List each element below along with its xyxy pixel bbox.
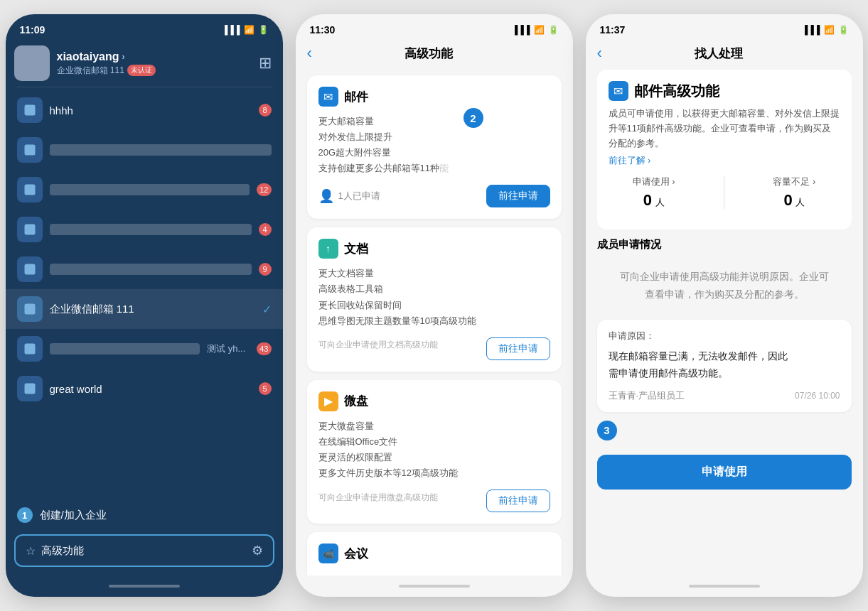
feature-title-meeting: 会议: [344, 546, 368, 562]
org-badge: 5: [259, 382, 272, 395]
wifi-icon-3: 📶: [824, 25, 835, 35]
step-2-badge: 2: [464, 108, 483, 128]
org-item-blurred-1[interactable]: [6, 130, 283, 170]
home-bar: [109, 585, 180, 588]
feature-footer-mail: 👤 1人已申请 前往申请: [318, 185, 550, 207]
org-badge: 12: [257, 183, 271, 196]
gear-icon[interactable]: ⚙: [252, 543, 263, 558]
phone-2: 11:30 ▐▐▐ 📶 🔋 ‹ 高级功能 ✉ 邮件 更大邮箱容量对外发信上限提升…: [296, 14, 573, 597]
home-bar-3: [689, 585, 760, 588]
feature-desc-doc: 更大文档容量高级表格工具箱更长回收站保留时间思维导图无限主题数量等10项高级功能: [318, 266, 550, 328]
create-join-button[interactable]: 1 创建/加入企业: [6, 499, 283, 531]
unverified-badge: 未认证: [127, 65, 156, 76]
empty-text: 可向企业申请使用高级功能并说明原因。企业可查看申请，作为购买及分配的参考。: [620, 268, 829, 303]
org-icon: [17, 296, 43, 322]
phone-3: 11:37 ▐▐▐ 📶 🔋 ‹ 找人处理 ✉ 邮件高级功能 成员可申请使用，以获…: [586, 14, 863, 597]
org-icon: [17, 137, 43, 163]
svg-rect-2: [24, 185, 35, 195]
advanced-bar[interactable]: ☆ 高级功能 ⚙: [14, 534, 274, 567]
back-button-2[interactable]: ‹: [307, 44, 318, 63]
hero-link[interactable]: 前往了解 ›: [609, 155, 651, 166]
feature-header-meeting: 📹 会议: [318, 544, 550, 563]
stat-divider: [724, 175, 724, 210]
nav-bar-2: ‹ 高级功能: [296, 40, 573, 70]
feature-desc-weipan: 更大微盘容量在线编辑Office文件更灵活的权限配置更多文件历史版本等12项高级…: [318, 418, 550, 481]
signal-icon-2: ▐▐▐: [512, 25, 530, 35]
org-item-blurred-5[interactable]: 测试 yh... 43: [6, 329, 283, 369]
feature-note-doc: 可向企业申请使用文档高级功能: [318, 339, 438, 351]
svg-rect-3: [24, 225, 35, 235]
stat-apply-value: 0 人: [633, 191, 675, 210]
feature-footer-doc: 可向企业申请使用文档高级功能 前往申请: [318, 337, 550, 360]
request-card: 申请原因： 现在邮箱容量已满，无法收发邮件，因此需申请使用邮件高级功能。 王青青…: [597, 320, 852, 412]
request-body: 现在邮箱容量已满，无法收发邮件，因此需申请使用邮件高级功能。: [609, 348, 840, 382]
star-icon: ☆: [26, 544, 36, 558]
svg-rect-6: [24, 344, 35, 355]
battery-icon: 🔋: [258, 25, 269, 35]
org-name-blurred: [50, 224, 252, 235]
org-icon: [17, 217, 43, 242]
request-user: 王青青·产品组员工: [609, 389, 685, 402]
home-indicator-3: [586, 575, 863, 597]
org-badge: 4: [259, 223, 272, 236]
request-label: 申请原因：: [609, 330, 840, 342]
org-name: 企业微信邮箱 111: [50, 303, 255, 316]
apply-section: 3 申请使用: [597, 421, 852, 495]
org-item-blurred-2[interactable]: 12: [6, 170, 283, 210]
doc-icon: ↑: [318, 239, 338, 259]
hero-icon: ✉: [609, 81, 628, 101]
stat-apply: 申请使用 › 0 人: [633, 175, 675, 210]
profile-section[interactable]: xiaotaiyang › 企业微信邮箱 111 未认证 ⊞: [6, 40, 283, 87]
svg-rect-0: [24, 105, 35, 116]
status-bar-3: 11:37 ▐▐▐ 📶 🔋: [586, 14, 863, 40]
home-bar-2: [399, 585, 470, 588]
apply-use-button[interactable]: 申请使用: [597, 455, 852, 490]
request-time: 07/26 10:00: [795, 391, 840, 401]
feature-card-mail: ✉ 邮件 更大邮箱容量对外发信上限提升20G超大附件容量支持创建更多公共邮箱等1…: [307, 75, 562, 219]
request-meta: 王青青·产品组员工 07/26 10:00: [609, 389, 840, 402]
profile-name: xiaotaiyang ›: [57, 50, 252, 63]
org-item-blurred-4[interactable]: 9: [6, 249, 283, 289]
org-badge: 9: [259, 263, 272, 276]
applied-count: 👤 1人已申请: [318, 188, 380, 204]
feature-note-weipan: 可向企业申请使用微盘高级功能: [318, 492, 438, 504]
mail-icon: ✉: [318, 87, 338, 107]
svg-rect-5: [24, 304, 35, 315]
svg-rect-1: [24, 145, 35, 156]
wifi-icon: 📶: [244, 25, 254, 35]
stat-apply-label[interactable]: 申请使用 ›: [633, 175, 675, 188]
apply-btn-weipan[interactable]: 前往申请: [486, 490, 550, 512]
profile-sub: 企业微信邮箱 111 未认证: [57, 65, 252, 77]
apply-btn-doc[interactable]: 前往申请: [486, 337, 550, 360]
org-name: great world: [50, 383, 252, 395]
feature-card-meeting: 📹 会议: [307, 532, 562, 575]
back-button-3[interactable]: ‹: [597, 44, 608, 63]
org-item-hhhh[interactable]: hhhh 8: [6, 90, 283, 130]
step3-row: 3: [597, 421, 852, 443]
profile-arrow: ›: [122, 52, 125, 62]
svg-rect-7: [24, 384, 35, 394]
apply-btn-mail[interactable]: 前往申请: [486, 185, 550, 207]
weipan-icon: ▶: [318, 391, 338, 411]
org-icon: [17, 336, 43, 362]
qr-button[interactable]: ⊞: [259, 54, 272, 72]
status-bar-2: 11:30 ▐▐▐ 📶 🔋: [296, 14, 573, 40]
org-badge: 43: [257, 342, 271, 355]
org-list: hhhh 8 12 4: [6, 87, 283, 493]
org-item-active[interactable]: 企业微信邮箱 111 ✓: [6, 289, 283, 329]
feature-title-doc: 文档: [344, 241, 368, 257]
org-item-blurred-3[interactable]: 4: [6, 210, 283, 249]
advanced-left: ☆ 高级功能: [26, 544, 84, 558]
check-icon: ✓: [262, 303, 272, 316]
hero-title: 邮件高级功能: [634, 82, 719, 101]
org-suffix: 测试 yh...: [207, 342, 245, 355]
feature-header-weipan: ▶ 微盘: [318, 391, 550, 411]
org-badge: 8: [259, 104, 272, 117]
time-2: 11:30: [310, 24, 336, 36]
stat-capacity-label[interactable]: 容量不足 ›: [773, 175, 815, 188]
org-name: hhhh: [50, 104, 252, 117]
avatar: [14, 45, 50, 81]
org-item-great-world[interactable]: great world 5: [6, 369, 283, 409]
advanced-label: 高级功能: [41, 544, 84, 558]
svg-rect-4: [24, 264, 35, 275]
